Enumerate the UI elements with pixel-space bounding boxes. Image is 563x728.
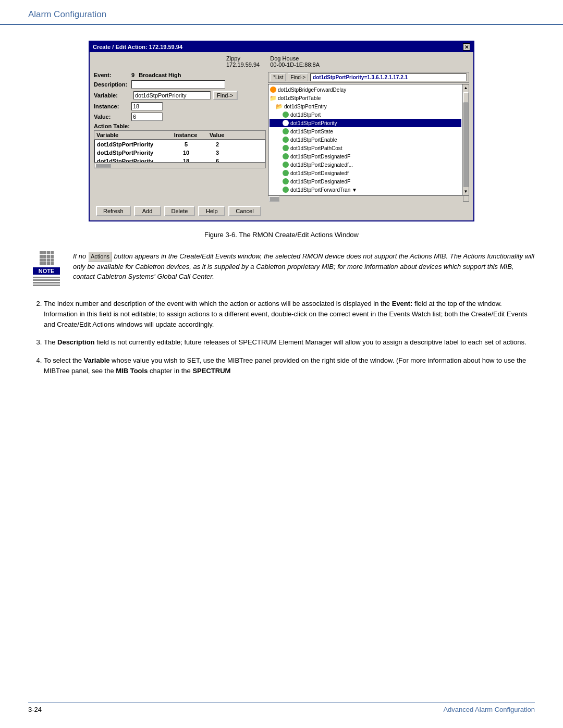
scrollbar-thumb[interactable] bbox=[95, 164, 111, 168]
actions-button-inline: Actions bbox=[88, 252, 112, 262]
mib-item-portstate[interactable]: dot1dStpPortState bbox=[270, 127, 461, 135]
dialog-container: Create / Edit Action: 172.19.59.94 ✕ Zip… bbox=[28, 41, 535, 221]
leaf-icon bbox=[282, 178, 289, 185]
page-footer: 3-24 Advanced Alarm Configuration bbox=[28, 702, 535, 713]
action-table-label: Action Table: bbox=[94, 123, 266, 129]
mib-item-bridgefwddelay[interactable]: dot1dStpBridgeForwardDelay bbox=[270, 85, 461, 94]
create-edit-dialog: Create / Edit Action: 172.19.59.94 ✕ Zip… bbox=[89, 41, 474, 221]
add-button[interactable]: Add bbox=[134, 206, 161, 216]
device-ip: 172.19.59.94 bbox=[226, 61, 260, 68]
mib-tree-panel: dot1dStpBridgeForwardDelay 📁 dot1dStpPor… bbox=[268, 84, 469, 195]
col-instance: Instance bbox=[167, 131, 204, 139]
device-name: Zippy bbox=[226, 55, 260, 61]
device-name-col: Zippy 172.19.59.94 bbox=[226, 55, 260, 68]
leaf-icon bbox=[282, 144, 289, 152]
leaf-icon bbox=[282, 128, 289, 135]
device-mac: 00-00-1D-1E:88:8A bbox=[270, 61, 320, 68]
folder-icon: 📁 bbox=[270, 94, 277, 102]
action-table-scroll[interactable]: dot1dStpPortPriority 5 2 dot1dStpPortPri… bbox=[94, 140, 265, 163]
scroll-thumb[interactable] bbox=[463, 92, 469, 103]
cancel-button[interactable]: Cancel bbox=[228, 206, 261, 216]
mib-item-porttable[interactable]: 📁 dot1dStpPortTable bbox=[270, 94, 461, 102]
close-button[interactable]: ✕ bbox=[463, 43, 470, 51]
event-row: Event: 9 Broadcast High bbox=[94, 72, 266, 78]
note-lines bbox=[33, 277, 60, 286]
note-box: NOTE If no Actions button appears in the… bbox=[28, 251, 535, 286]
horizontal-scrollbar[interactable] bbox=[94, 163, 265, 168]
description-row: Description: bbox=[94, 80, 266, 89]
leaf-icon bbox=[282, 186, 289, 193]
instance-row: Instance: bbox=[94, 102, 266, 110]
action-table: Variable Instance Value dot1dStpPortPrio… bbox=[94, 130, 266, 168]
mib-item-portdesf2[interactable]: dot1dStpPortDesignatedf... bbox=[270, 161, 461, 169]
dialog-buttons: Refresh Add Delete Help Cancel bbox=[94, 206, 469, 216]
dialog-left: Event: 9 Broadcast High Description: Var… bbox=[94, 72, 266, 202]
right-h-scrollbar[interactable] bbox=[268, 195, 469, 202]
leaf-icon bbox=[270, 86, 277, 93]
note-text: If no Actions button appears in the Crea… bbox=[73, 251, 535, 286]
description-label: Description: bbox=[94, 81, 131, 88]
event-description: Broadcast High bbox=[139, 72, 181, 78]
action-table-header: Variable Instance Value bbox=[94, 131, 265, 140]
device-alias: Dog House bbox=[270, 55, 320, 61]
mib-item-portpathcost[interactable]: dot1dStpPortPathCost bbox=[270, 144, 461, 152]
instance-input[interactable] bbox=[131, 102, 163, 110]
oid-header: *List Find-> dot1dStpPortPriority=1.3.6.… bbox=[268, 72, 469, 83]
footer-page-number: 3-24 bbox=[28, 706, 42, 713]
mib-item-portenable[interactable]: dot1dStpPortEnable bbox=[270, 135, 461, 144]
refresh-button[interactable]: Refresh bbox=[96, 206, 131, 216]
figure-caption: Figure 3-6. The RMON Create/Edit Actions… bbox=[28, 231, 535, 239]
leaf-icon bbox=[282, 136, 289, 143]
leaf-icon bbox=[282, 119, 289, 127]
table-row[interactable]: dot1dStpPortPriority 18 6 bbox=[95, 157, 265, 163]
dialog-main: Event: 9 Broadcast High Description: Var… bbox=[94, 72, 469, 202]
right-scrollbar-thumb[interactable] bbox=[269, 196, 279, 202]
main-content: Create / Edit Action: 172.19.59.94 ✕ Zip… bbox=[0, 41, 563, 376]
list-item-2: The index number and description of the … bbox=[44, 299, 535, 330]
right-panel: *List Find-> dot1dStpPortPriority=1.3.6.… bbox=[268, 72, 469, 202]
mib-tree[interactable]: dot1dStpBridgeForwardDelay 📁 dot1dStpPor… bbox=[268, 84, 462, 195]
leaf-icon bbox=[282, 161, 289, 168]
leaf-icon bbox=[282, 111, 289, 118]
col-value: Value bbox=[204, 131, 230, 139]
variable-input[interactable] bbox=[133, 91, 211, 100]
list-tab[interactable]: *List bbox=[271, 73, 286, 81]
mib-item-port[interactable]: dot1dStpPort bbox=[270, 110, 461, 119]
folder-open-icon: 📂 bbox=[276, 103, 283, 110]
table-row[interactable]: dot1dStpPortPriority 5 2 bbox=[95, 140, 265, 149]
variable-label: Variable: bbox=[94, 92, 131, 98]
delete-button[interactable]: Delete bbox=[164, 206, 195, 216]
list-item-4: To select the Variable whose value you w… bbox=[44, 355, 535, 376]
scroll-track[interactable] bbox=[463, 92, 469, 187]
variable-row: Variable: Find-> bbox=[94, 91, 266, 100]
value-label: Value: bbox=[94, 114, 131, 120]
description-input[interactable] bbox=[131, 80, 225, 89]
device-alias-col: Dog House 00-00-1D-1E:88:8A bbox=[270, 55, 320, 68]
footer-section-title: Advanced Alarm Configuration bbox=[443, 706, 535, 713]
find-button[interactable]: Find-> bbox=[213, 91, 238, 100]
find-tab[interactable]: Find-> bbox=[288, 73, 308, 81]
page-title: Alarm Configuration bbox=[28, 9, 106, 19]
mib-item-portfwdtran[interactable]: dot1dStpPortForwardTran ▼ bbox=[270, 186, 461, 194]
note-icon: NOTE bbox=[28, 251, 65, 286]
scroll-down-arrow[interactable]: ▼ bbox=[464, 188, 468, 195]
mib-item-portdesf4[interactable]: dot1dStpPortDesignatedF bbox=[270, 177, 461, 186]
scroll-up-arrow[interactable]: ▲ bbox=[464, 84, 468, 91]
leaf-icon bbox=[282, 169, 289, 177]
table-row[interactable]: dot1dStpPortPriority 10 3 bbox=[95, 149, 265, 157]
mib-item-portdesf1[interactable]: dot1dStpPortDesignatedF bbox=[270, 152, 461, 161]
leaf-icon bbox=[282, 153, 289, 160]
dialog-title: Create / Edit Action: 172.19.59.94 bbox=[93, 44, 182, 50]
oid-value: dot1dStpPortPriority=1.3.6.1.2.1.17.2.1 bbox=[310, 73, 467, 81]
mib-vertical-scrollbar[interactable]: ▲ ▼ bbox=[462, 84, 469, 195]
value-input[interactable] bbox=[131, 113, 163, 121]
mib-item-portdesf3[interactable]: dot1dStpPortDesignatedf bbox=[270, 169, 461, 177]
mib-item-portentry[interactable]: 📂 dot1dStpPortEntry bbox=[270, 102, 461, 110]
instance-label: Instance: bbox=[94, 103, 131, 109]
help-button[interactable]: Help bbox=[198, 206, 225, 216]
mib-item-portpriority[interactable]: dot1dStpPortPriority bbox=[270, 119, 461, 127]
numbered-list: The index number and description of the … bbox=[28, 299, 535, 376]
page-header: Alarm Configuration bbox=[0, 0, 563, 25]
value-row: Value: bbox=[94, 113, 266, 121]
device-info-row: Zippy 172.19.59.94 Dog House 00-00-1D-1E… bbox=[94, 55, 469, 68]
